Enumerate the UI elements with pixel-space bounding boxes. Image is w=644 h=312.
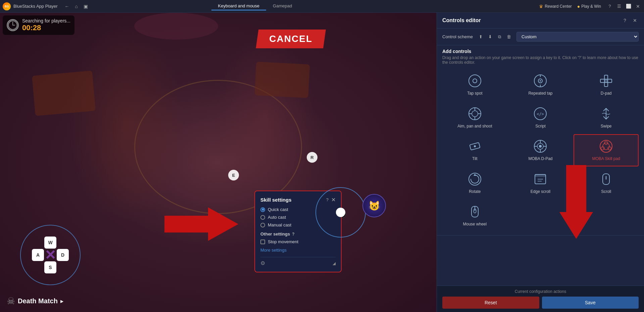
control-moba-skill-pad[interactable]: MOBA Skill pad bbox=[574, 134, 639, 166]
searching-text: Searching for players... bbox=[22, 18, 70, 23]
control-tilt[interactable]: Tilt bbox=[442, 134, 507, 166]
scheme-icons: ⬆ ⬇ ⧉ 🗑 bbox=[477, 33, 512, 41]
mouse-wheel-label: Mouse wheel bbox=[463, 222, 487, 227]
popup-resize-icon[interactable]: ◢ bbox=[333, 261, 336, 266]
swipe-svg bbox=[599, 106, 613, 121]
add-controls-desc: Drag and drop an action on your game scr… bbox=[442, 55, 639, 65]
searching-info: Searching for players... 00:28 bbox=[22, 18, 70, 32]
wasd-cross: W A D S ✕ bbox=[32, 237, 69, 273]
quick-cast-radio[interactable] bbox=[260, 207, 265, 212]
control-moba-d-pad[interactable]: MOBA D-Pad bbox=[508, 134, 573, 166]
repeated-tap-icon bbox=[533, 73, 548, 88]
tilt-svg bbox=[467, 139, 482, 154]
searching-banner: Searching for players... 00:28 bbox=[3, 15, 75, 35]
platform-top bbox=[134, 13, 218, 40]
more-settings-link[interactable]: More settings bbox=[260, 248, 287, 253]
scheme-upload-button[interactable]: ⬆ bbox=[477, 33, 484, 41]
panel-close-button[interactable]: ✕ bbox=[631, 17, 639, 24]
control-script[interactable]: </> Script bbox=[508, 102, 573, 134]
a-key: A bbox=[32, 249, 44, 261]
svg-rect-37 bbox=[535, 174, 546, 177]
home-button[interactable]: ⌂ bbox=[72, 2, 81, 10]
tap-spot-icon bbox=[467, 73, 482, 88]
control-mouse-wheel[interactable]: Mouse wheel bbox=[442, 200, 507, 232]
scheme-delete-button[interactable]: 🗑 bbox=[505, 33, 512, 41]
aim-pan-shoot-icon bbox=[467, 106, 482, 121]
close-button[interactable]: ✕ bbox=[635, 3, 641, 10]
scheme-select[interactable]: Custom bbox=[516, 32, 639, 42]
skull-icon: ☠ bbox=[7, 296, 15, 307]
control-tap-spot[interactable]: Tap spot bbox=[442, 69, 507, 101]
other-settings-help[interactable]: ? bbox=[292, 232, 294, 237]
tap-spot-label: Tap spot bbox=[467, 91, 482, 96]
add-controls-title: Add controls bbox=[442, 49, 639, 54]
popup-gear-icon[interactable]: ⚙ bbox=[260, 260, 265, 266]
moba-skill-pad-label: MOBA Skill pad bbox=[592, 156, 620, 162]
main-area: Searching for players... 00:28 CANCEL R … bbox=[0, 13, 644, 312]
control-scroll[interactable]: Scroll bbox=[574, 167, 639, 199]
reward-center[interactable]: ♛ Reward Center bbox=[539, 4, 572, 9]
panel-header-icons: ? ✕ bbox=[621, 17, 639, 24]
control-swipe[interactable]: Swipe bbox=[574, 102, 639, 134]
auto-cast-radio[interactable] bbox=[260, 215, 265, 220]
character-avatar: 😺 bbox=[362, 194, 386, 217]
scroll-icon bbox=[599, 172, 613, 187]
script-svg: </> bbox=[533, 106, 548, 121]
back-button[interactable]: ← bbox=[63, 2, 71, 10]
control-rotate[interactable]: Rotate bbox=[442, 167, 507, 199]
edge-scroll-svg bbox=[533, 172, 548, 187]
stop-movement-checkbox[interactable] bbox=[260, 240, 265, 244]
play-win[interactable]: ● Play & Win bbox=[577, 4, 601, 9]
control-scheme: Control scheme ⬆ ⬇ ⧉ 🗑 Custom bbox=[437, 29, 644, 45]
control-aim-pan-shoot[interactable]: Aim, pan and shoot bbox=[442, 102, 507, 134]
tab-keyboard-mouse[interactable]: Keyboard and mouse bbox=[211, 2, 266, 10]
r-key-badge: R bbox=[307, 152, 317, 163]
control-repeated-tap[interactable]: Repeated tap bbox=[508, 69, 573, 101]
topbar: BS BlueStacks App Player ← ⌂ ▣ Keyboard … bbox=[0, 0, 644, 13]
svg-point-4 bbox=[469, 75, 481, 87]
tabs-button[interactable]: ▣ bbox=[82, 2, 90, 10]
platform-left bbox=[32, 70, 96, 116]
d-key: D bbox=[57, 249, 69, 261]
save-button[interactable]: Save bbox=[542, 297, 639, 309]
tilt-label: Tilt bbox=[472, 156, 478, 162]
scheme-copy-button[interactable]: ⧉ bbox=[496, 33, 503, 41]
menu-button[interactable]: ☰ bbox=[616, 3, 623, 10]
rotate-label: Rotate bbox=[469, 189, 481, 195]
d-pad-svg bbox=[599, 73, 613, 88]
popup-title: Skill settings bbox=[260, 197, 292, 203]
bottom-actions-title: Current configuration actions bbox=[442, 289, 639, 294]
panel-help-button[interactable]: ? bbox=[621, 17, 629, 24]
help-button[interactable]: ? bbox=[606, 3, 613, 10]
manual-cast-radio[interactable] bbox=[260, 223, 265, 227]
tab-gamepad[interactable]: Gamepad bbox=[266, 2, 299, 10]
tap-spot-svg bbox=[467, 73, 482, 88]
scroll-svg bbox=[599, 172, 613, 187]
coin-icon: ● bbox=[577, 4, 580, 9]
svg-point-21 bbox=[474, 145, 476, 147]
d-pad-icon bbox=[599, 73, 613, 88]
svg-text:</>: </> bbox=[537, 112, 544, 116]
rotate-svg bbox=[467, 172, 482, 187]
mouse-wheel-icon bbox=[467, 204, 482, 219]
aim-pan-svg bbox=[467, 106, 482, 121]
wasd-control: W A D S ✕ bbox=[20, 225, 81, 285]
cancel-button[interactable]: CANCEL bbox=[256, 30, 326, 48]
svg-point-11 bbox=[604, 79, 608, 83]
stop-movement-option[interactable]: Stop movement bbox=[260, 239, 336, 244]
wasd-keys: W A D S ✕ bbox=[20, 225, 81, 285]
control-edge-scroll[interactable]: Edge scroll bbox=[508, 167, 573, 199]
main-tabs: Keyboard and mouse Gamepad bbox=[211, 2, 299, 10]
svg-point-13 bbox=[472, 111, 478, 117]
reset-button[interactable]: Reset bbox=[442, 297, 539, 309]
scheme-label: Control scheme bbox=[442, 34, 473, 39]
topbar-right: ♛ Reward Center ● Play & Win ? ☰ ⬜ ✕ bbox=[539, 3, 641, 10]
deathmatch-arrow: ▶ bbox=[60, 299, 63, 304]
restore-button[interactable]: ⬜ bbox=[625, 3, 632, 10]
repeated-tap-label: Repeated tap bbox=[528, 91, 552, 96]
control-d-pad[interactable]: D-pad bbox=[574, 69, 639, 101]
scheme-download-button[interactable]: ⬇ bbox=[486, 33, 494, 41]
edge-scroll-label: Edge scroll bbox=[531, 189, 550, 195]
controls-panel: Controls editor ? ✕ Control scheme ⬆ ⬇ ⧉… bbox=[437, 13, 644, 312]
panel-title: Controls editor bbox=[442, 17, 481, 23]
